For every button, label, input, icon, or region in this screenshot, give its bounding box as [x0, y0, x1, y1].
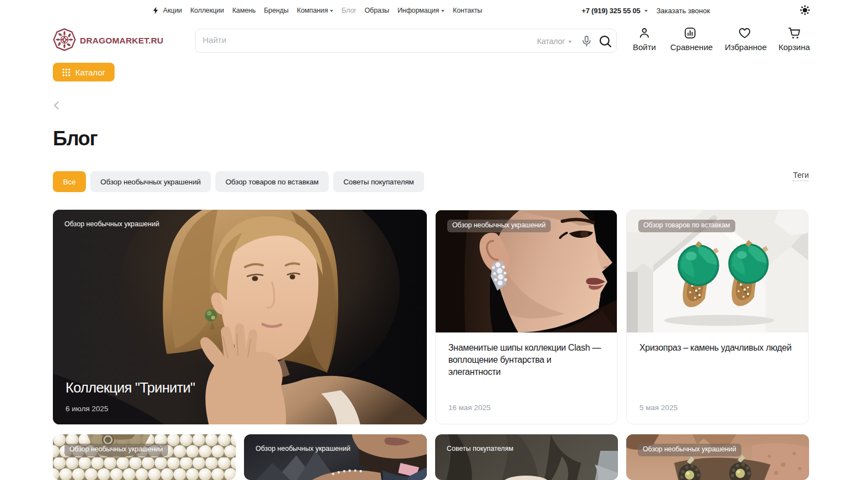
svg-text:D: D — [62, 37, 67, 43]
